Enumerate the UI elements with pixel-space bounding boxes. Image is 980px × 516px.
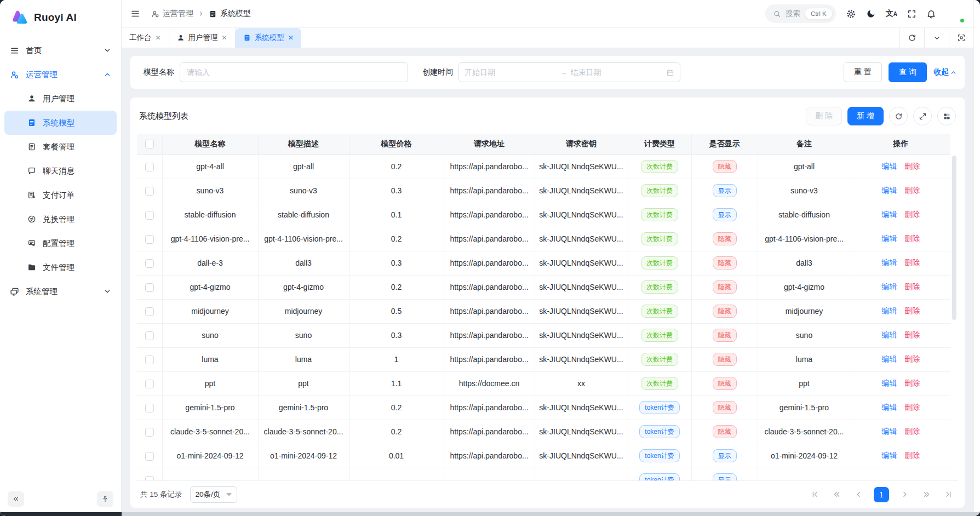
delete-link[interactable]: 删除 bbox=[904, 210, 920, 219]
global-search[interactable]: 搜索 Ctrl K bbox=[765, 4, 836, 23]
maximize-table-icon[interactable] bbox=[913, 107, 932, 125]
close-icon[interactable]: ✕ bbox=[156, 34, 161, 42]
row-checkbox[interactable] bbox=[145, 163, 154, 171]
edit-link[interactable]: 编辑 bbox=[881, 306, 897, 315]
close-icon[interactable]: ✕ bbox=[222, 34, 227, 42]
next-group-icon[interactable] bbox=[920, 488, 933, 501]
edit-link[interactable]: 编辑 bbox=[881, 162, 897, 170]
page-size-select[interactable]: 20条/页 bbox=[190, 486, 237, 503]
sidebar-group-operations[interactable]: 运营管理 bbox=[0, 62, 121, 87]
notifications-bell-icon[interactable] bbox=[926, 9, 936, 19]
delete-link[interactable]: 删除 bbox=[904, 162, 920, 170]
dark-mode-moon-icon[interactable] bbox=[866, 9, 876, 19]
current-page[interactable]: 1 bbox=[874, 487, 889, 502]
sidebar-item-redemption-management[interactable]: 兑换管理 bbox=[4, 207, 117, 231]
prev-page-icon[interactable] bbox=[852, 488, 865, 501]
delete-link[interactable]: 删除 bbox=[904, 330, 920, 339]
cell-model-price: 1.1 bbox=[349, 371, 444, 395]
row-checkbox[interactable] bbox=[145, 259, 154, 268]
edit-link[interactable]: 编辑 bbox=[881, 427, 897, 435]
delete-link[interactable]: 删除 bbox=[904, 306, 920, 315]
edit-link[interactable]: 编辑 bbox=[881, 186, 897, 194]
sidebar-item-payment-orders[interactable]: 支付订单 bbox=[4, 183, 117, 207]
row-checkbox[interactable] bbox=[145, 331, 154, 340]
tab-user-management[interactable]: 用户管理 ✕ bbox=[169, 28, 236, 48]
sidebar-item-package-management[interactable]: 套餐管理 bbox=[4, 135, 117, 159]
sidebar-item-system-models[interactable]: 系统模型 bbox=[4, 111, 117, 135]
delete-link[interactable]: 删除 bbox=[904, 427, 920, 435]
row-checkbox[interactable] bbox=[145, 283, 154, 292]
collapse-filter-link[interactable]: 收起 bbox=[933, 67, 957, 77]
row-checkbox[interactable] bbox=[145, 187, 154, 196]
row-checkbox[interactable] bbox=[145, 452, 154, 461]
edit-link[interactable]: 编辑 bbox=[881, 258, 897, 267]
edit-link[interactable]: 编辑 bbox=[881, 210, 897, 219]
close-icon[interactable]: ✕ bbox=[288, 34, 294, 42]
sidebar-group-system[interactable]: 系统管理 bbox=[0, 279, 121, 303]
refresh-tab-icon[interactable] bbox=[899, 28, 924, 48]
table-row: suno suno 0.3 https://api.pandarobo... s… bbox=[137, 323, 950, 347]
edit-link[interactable]: 编辑 bbox=[881, 234, 897, 243]
delete-link[interactable]: 删除 bbox=[904, 403, 920, 411]
collapse-sidebar-button[interactable] bbox=[8, 491, 24, 507]
edit-link[interactable]: 编辑 bbox=[881, 379, 897, 387]
row-checkbox[interactable] bbox=[145, 307, 154, 316]
row-checkbox[interactable] bbox=[145, 404, 154, 412]
sidebar-item-file-management[interactable]: 文件管理 bbox=[4, 255, 117, 279]
row-checkbox[interactable] bbox=[145, 380, 154, 388]
reset-button[interactable]: 重 置 bbox=[844, 62, 882, 82]
user-avatar[interactable] bbox=[946, 4, 965, 23]
sidebar-item-home[interactable]: 首页 bbox=[0, 38, 121, 62]
delete-link[interactable]: 删除 bbox=[904, 354, 920, 363]
next-page-icon[interactable] bbox=[898, 488, 911, 501]
language-translate-icon[interactable]: 文A bbox=[886, 9, 897, 19]
fullscreen-icon[interactable] bbox=[907, 9, 916, 19]
model-name-input[interactable] bbox=[180, 62, 408, 82]
delete-link[interactable]: 删除 bbox=[904, 234, 920, 243]
breadcrumb-label: 运营管理 bbox=[163, 9, 193, 19]
delete-link[interactable]: 删除 bbox=[904, 379, 920, 387]
edit-link[interactable]: 编辑 bbox=[881, 282, 897, 291]
column-settings-icon[interactable] bbox=[937, 107, 956, 125]
visibility-badge: 隐藏 bbox=[713, 353, 737, 366]
prev-group-icon[interactable] bbox=[830, 488, 843, 501]
delete-link[interactable]: 删除 bbox=[904, 258, 920, 267]
tab-workbench[interactable]: 工作台 ✕ bbox=[122, 28, 169, 48]
logo[interactable]: Ruoyi AI bbox=[0, 0, 121, 35]
sidebar-item-config-management[interactable]: 配置管理 bbox=[4, 231, 117, 255]
settings-gear-icon[interactable] bbox=[846, 9, 856, 19]
last-page-icon[interactable] bbox=[942, 488, 955, 501]
delete-link[interactable]: 删除 bbox=[904, 451, 920, 460]
hamburger-menu-icon[interactable] bbox=[130, 9, 140, 19]
add-button[interactable]: 新 增 bbox=[847, 107, 884, 125]
delete-link[interactable]: 删除 bbox=[904, 186, 920, 194]
first-page-icon[interactable] bbox=[808, 488, 821, 501]
content-fullscreen-icon[interactable] bbox=[949, 28, 973, 48]
tab-system-models[interactable]: 系统模型 ✕ bbox=[236, 28, 301, 48]
row-checkbox[interactable] bbox=[145, 428, 154, 437]
sidebar-item-chat-messages[interactable]: 聊天消息 bbox=[4, 159, 117, 183]
query-button[interactable]: 查 询 bbox=[889, 62, 927, 82]
row-checkbox[interactable] bbox=[145, 235, 154, 244]
end-date-input[interactable] bbox=[571, 68, 663, 77]
row-checkbox[interactable] bbox=[145, 211, 154, 220]
delete-link[interactable]: 删除 bbox=[904, 282, 920, 291]
edit-link[interactable]: 编辑 bbox=[881, 403, 897, 411]
edit-link[interactable]: 编辑 bbox=[881, 354, 897, 363]
refresh-list-icon[interactable] bbox=[889, 107, 908, 125]
edit-link[interactable]: 编辑 bbox=[881, 451, 897, 460]
start-date-input[interactable] bbox=[465, 68, 557, 77]
row-checkbox[interactable] bbox=[145, 476, 154, 480]
row-checkbox[interactable] bbox=[145, 356, 154, 364]
window-scrollbar[interactable] bbox=[973, 0, 980, 516]
sidebar-item-user-management[interactable]: 用户管理 bbox=[4, 87, 117, 111]
tabs-dropdown-chevron-icon[interactable] bbox=[924, 28, 949, 48]
table-scrollbar[interactable] bbox=[950, 134, 958, 480]
breadcrumb-operations[interactable]: 运营管理 bbox=[151, 9, 193, 19]
pin-sidebar-button[interactable] bbox=[97, 491, 113, 507]
edit-link[interactable]: 编辑 bbox=[881, 330, 897, 339]
date-range-picker[interactable]: → bbox=[459, 62, 680, 82]
select-all-checkbox[interactable] bbox=[145, 140, 154, 148]
delete-selected-button[interactable]: 删 除 bbox=[806, 107, 842, 125]
scrollbar-thumb[interactable] bbox=[952, 156, 956, 320]
